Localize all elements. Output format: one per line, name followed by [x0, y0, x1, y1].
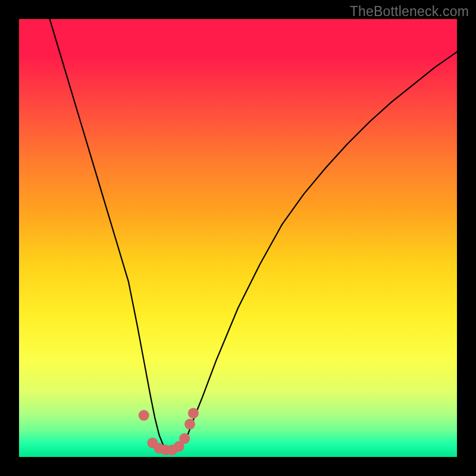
chart-svg	[19, 19, 457, 457]
highlight-dot	[188, 408, 199, 418]
highlight-dots	[139, 408, 199, 455]
highlight-dot	[179, 433, 190, 444]
chart-frame: TheBottleneck.com	[0, 0, 476, 476]
highlight-dot	[184, 419, 195, 430]
plot-area	[19, 19, 457, 457]
highlight-dot	[139, 410, 149, 421]
bottleneck-curve-line	[50, 19, 457, 452]
watermark-text: TheBottleneck.com	[350, 4, 469, 20]
